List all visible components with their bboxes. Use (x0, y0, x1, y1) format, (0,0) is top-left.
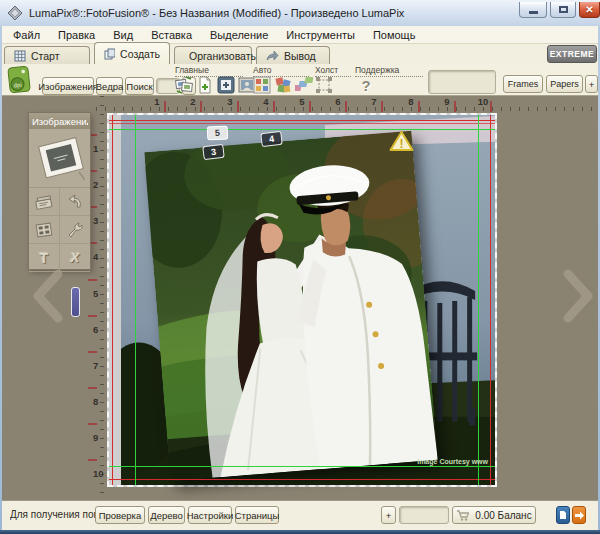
help-icon[interactable]: ? (357, 76, 375, 94)
fotofusion-window: LumaPix®::FotoFusion® - Без Названия (Mo… (0, 0, 600, 534)
canvas-page[interactable]: 5 4 3 ! Image Courtesy www (107, 113, 497, 487)
auto-cascade-collage-icon[interactable] (295, 76, 313, 94)
community-icon (559, 510, 567, 520)
menu-file[interactable]: Файл (4, 26, 49, 44)
auto-scatter-collage-icon[interactable] (274, 76, 292, 94)
arrow-right-icon (575, 511, 584, 520)
menu-help[interactable]: Помощь (364, 26, 425, 44)
extreme-button[interactable]: EXTREME (547, 45, 597, 63)
wedding-photo-image (144, 131, 438, 481)
output-arrow-icon (266, 50, 279, 62)
settings-panel-button[interactable]: Настройки (188, 506, 232, 524)
images-palette: Изображени T X (28, 112, 91, 270)
palette-titlebar[interactable]: Изображени (29, 113, 90, 129)
canvas-size-icon[interactable] (315, 76, 333, 94)
svg-text:!: ! (400, 137, 404, 151)
status-text: Для получения помощи вы (10, 509, 96, 520)
maximize-button[interactable] (550, 2, 576, 18)
close-icon: ✕ (585, 4, 593, 15)
warning-icon[interactable]: ! (389, 130, 414, 152)
progress-well (399, 506, 449, 524)
tab-create[interactable]: Создать (94, 42, 170, 64)
slide-tool[interactable] (29, 129, 90, 188)
pages-panel-button[interactable]: Страницы (235, 506, 279, 524)
tab-organize[interactable]: Организовать (174, 46, 252, 64)
maximize-icon (559, 6, 568, 13)
wedding-photo-layer[interactable] (144, 131, 438, 481)
cart-icon (456, 510, 469, 521)
menu-view[interactable]: Вид (104, 26, 142, 44)
minimize-icon (529, 11, 538, 14)
balance-button[interactable]: 0.00 Баланс (452, 506, 536, 524)
print-book-tool[interactable] (29, 188, 60, 216)
chrome: Файл Правка Вид Вставка Выделение Инстру… (0, 26, 600, 96)
titlebar[interactable]: LumaPix®::FotoFusion® - Без Названия (Mo… (0, 0, 600, 27)
horizontal-ruler: 12345678910 (96, 96, 600, 112)
wrench-tool[interactable] (60, 216, 91, 244)
add-image-icon[interactable] (217, 76, 235, 94)
layer-badge-5[interactable]: 5 (207, 126, 228, 141)
tab-create-label: Создать (120, 48, 160, 60)
collage-grid-tool[interactable] (29, 216, 60, 244)
watermark-text: Image Courtesy www (417, 458, 488, 465)
tab-start-label: Старт (31, 50, 60, 62)
buckets-button[interactable]: Ведра (96, 77, 123, 95)
tab-organize-label: Организовать (189, 50, 256, 62)
menubar: Файл Правка Вид Вставка Выделение Инстру… (0, 26, 600, 44)
community-button[interactable] (556, 506, 570, 524)
checkout-button[interactable] (572, 506, 586, 524)
window-border-bottom (0, 530, 600, 534)
new-page-icon[interactable] (196, 76, 214, 94)
svg-text:dpi: dpi (13, 82, 22, 89)
tab-output-label: Вывод (284, 50, 316, 62)
menu-selection[interactable]: Выделение (201, 26, 277, 44)
vertical-scroll-thumb[interactable] (71, 287, 80, 317)
images-button[interactable]: Изображения (42, 77, 94, 95)
frames-button[interactable]: Frames (503, 75, 543, 93)
pages-icon (104, 48, 115, 60)
dpi-tag-icon[interactable]: dpi (6, 65, 33, 94)
auto-grid-collage-icon[interactable] (253, 76, 271, 94)
toolbar: dpi Изображения Ведра Поиск + Главные Ав… (0, 64, 600, 96)
tab-start[interactable]: Старт (4, 46, 90, 64)
layer-badge-3[interactable]: 3 (202, 144, 225, 160)
palette-title: Изображени (32, 116, 87, 127)
workspace: 12345678910 12345678910 (0, 96, 600, 500)
add-bottom-panel-button[interactable]: + (381, 506, 396, 524)
layer-badge-4[interactable]: 4 (260, 131, 283, 147)
tree-panel-button[interactable]: Дерево (148, 506, 185, 524)
tab-output[interactable]: Вывод (256, 46, 330, 64)
search-button[interactable]: Поиск (125, 77, 154, 95)
app-logo-icon (7, 5, 23, 21)
add-resource-button[interactable]: + (585, 75, 598, 93)
undo-tool[interactable] (60, 188, 91, 216)
papers-button[interactable]: Papers (546, 75, 583, 93)
previous-page-chevron[interactable] (28, 268, 66, 324)
grid-icon (14, 50, 26, 62)
menu-edit[interactable]: Правка (49, 26, 104, 44)
menu-insert[interactable]: Вставка (142, 26, 201, 44)
next-page-chevron[interactable] (560, 268, 598, 324)
bottombar: Для получения помощи вы Проверка Дерево … (0, 500, 600, 530)
menu-tools[interactable]: Инструменты (277, 26, 364, 44)
close-button[interactable]: ✕ (579, 2, 600, 18)
window-border-left (0, 26, 2, 534)
window-title: LumaPix®::FotoFusion® - Без Названия (Mo… (29, 7, 404, 19)
check-panel-button[interactable]: Проверка (95, 506, 145, 524)
balance-label: 0.00 Баланс (475, 510, 531, 521)
frames-papers-well (428, 70, 496, 94)
minimize-button[interactable] (519, 2, 547, 18)
shuffle-photos-icon[interactable] (175, 76, 193, 94)
